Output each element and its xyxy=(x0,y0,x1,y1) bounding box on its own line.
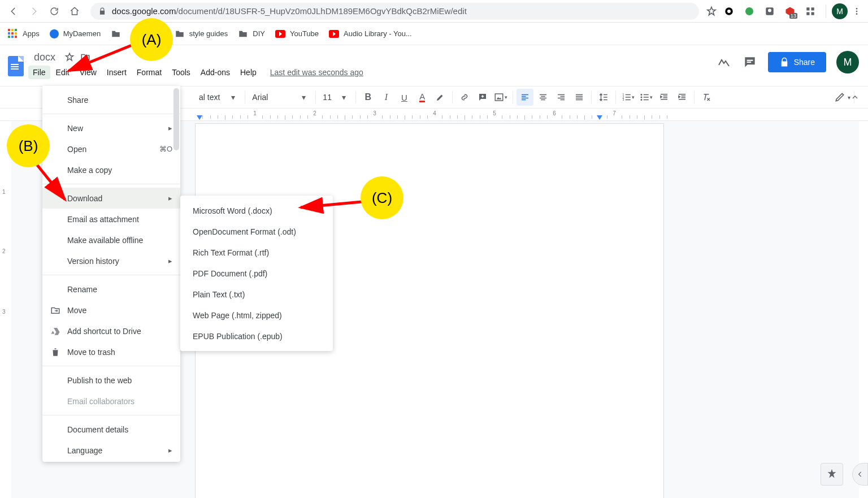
extension-icon[interactable] xyxy=(743,5,756,18)
extension-icon[interactable] xyxy=(804,5,817,18)
chrome-menu-icon[interactable] xyxy=(850,2,863,20)
move-icon xyxy=(50,305,60,315)
bookmark-item[interactable]: YouTube xyxy=(275,29,319,38)
menu-language[interactable]: Language▸ xyxy=(42,440,180,461)
font-family[interactable]: Arial xyxy=(249,93,294,102)
docs-logo[interactable] xyxy=(5,51,27,81)
docs-logo-icon xyxy=(8,56,24,76)
submenu-html[interactable]: Web Page (.html, zipped) xyxy=(180,305,333,326)
svg-rect-4 xyxy=(806,7,809,10)
submenu-epub[interactable]: EPUB Publication (.epub) xyxy=(180,326,333,347)
chevron-right-icon: ▸ xyxy=(168,257,172,265)
submenu-pdf[interactable]: PDF Document (.pdf) xyxy=(180,263,333,284)
menu-move[interactable]: Move xyxy=(42,300,180,321)
home-button[interactable] xyxy=(66,2,84,20)
line-spacing-button[interactable] xyxy=(595,89,612,106)
explore-button[interactable] xyxy=(821,463,843,486)
menu-share[interactable]: Share xyxy=(42,89,180,110)
youtube-icon xyxy=(329,30,339,38)
svg-line-20 xyxy=(69,44,134,71)
align-center-button[interactable] xyxy=(535,89,552,106)
menu-version-history[interactable]: Version history▸ xyxy=(42,250,180,271)
submenu-txt[interactable]: Plain Text (.txt) xyxy=(180,284,333,305)
chevron-down-icon[interactable]: ▾ xyxy=(295,89,312,106)
svg-point-1 xyxy=(727,10,731,13)
callout-c: (C) xyxy=(361,176,403,219)
numbered-list-button[interactable]: 123▾ xyxy=(619,89,636,106)
italic-button[interactable]: I xyxy=(377,89,394,106)
arrow-a xyxy=(62,40,141,79)
apps-shortcut[interactable]: Apps xyxy=(8,29,40,39)
svg-text:3: 3 xyxy=(622,98,624,101)
extension-icon[interactable]: 13 xyxy=(784,5,796,18)
apps-label: Apps xyxy=(23,29,40,38)
document-title[interactable]: docx xyxy=(31,51,59,64)
menu-trash[interactable]: Move to trash xyxy=(42,341,180,362)
account-avatar[interactable]: M xyxy=(836,51,859,73)
bookmark-item[interactable]: MyDaemen xyxy=(50,29,101,38)
svg-point-8 xyxy=(856,8,858,10)
bold-button[interactable]: B xyxy=(359,89,376,106)
menu-addons[interactable]: Add-ons xyxy=(196,66,235,79)
menu-email-attachment[interactable]: Email as attachment xyxy=(42,209,180,229)
menu-offline[interactable]: Make available offline xyxy=(42,229,180,250)
bookmark-folder[interactable] xyxy=(111,29,121,39)
svg-line-21 xyxy=(37,164,65,200)
chevron-right-icon: ▸ xyxy=(168,446,172,454)
address-bar[interactable]: docs.google.com/document/d/18USFR-5_HupV… xyxy=(90,3,699,20)
menu-add-shortcut[interactable]: Add shortcut to Drive xyxy=(42,321,180,341)
menu-help[interactable]: Help xyxy=(236,66,261,79)
svg-rect-5 xyxy=(811,7,814,10)
download-submenu: Microsoft Word (.docx) OpenDocument Form… xyxy=(180,196,333,351)
align-right-button[interactable] xyxy=(553,89,570,106)
folder-icon xyxy=(111,29,121,39)
insert-link-button[interactable] xyxy=(456,89,473,106)
collapse-toolbar-icon[interactable] xyxy=(847,89,863,106)
bookmark-folder[interactable]: DIY xyxy=(238,29,265,39)
back-button[interactable] xyxy=(5,2,23,20)
svg-point-9 xyxy=(856,10,858,12)
paragraph-style[interactable]: al text xyxy=(196,93,223,102)
submenu-odt[interactable]: OpenDocument Format (.odt) xyxy=(180,221,333,242)
bookmark-item[interactable]: Audio Library - You... xyxy=(329,29,412,38)
menu-tools[interactable]: Tools xyxy=(167,66,195,79)
reload-button[interactable] xyxy=(45,2,63,20)
underline-button[interactable]: U xyxy=(396,89,413,106)
extension-icon[interactable] xyxy=(763,5,776,18)
forward-button[interactable] xyxy=(25,2,43,20)
extension-icon[interactable] xyxy=(723,5,735,18)
highlight-button[interactable] xyxy=(432,89,449,106)
font-size[interactable]: 11 xyxy=(319,93,334,102)
chevron-down-icon[interactable]: ▾ xyxy=(335,89,352,106)
profile-avatar[interactable]: M xyxy=(832,3,848,19)
callout-b: (B) xyxy=(7,124,50,167)
menu-publish[interactable]: Publish to the web xyxy=(42,370,180,391)
vertical-ruler[interactable]: 1 2 3 xyxy=(0,121,11,498)
bulleted-list-button[interactable]: ▾ xyxy=(637,89,654,106)
text-color-button[interactable]: A xyxy=(414,89,431,106)
share-button[interactable]: Share xyxy=(768,52,826,72)
menu-file[interactable]: File xyxy=(28,66,50,79)
bookmark-folder[interactable]: style guides xyxy=(175,29,228,39)
menu-new[interactable]: New▸ xyxy=(42,118,180,138)
lock-icon xyxy=(98,7,106,15)
add-comment-button[interactable] xyxy=(474,89,491,106)
increase-indent-button[interactable] xyxy=(674,89,691,106)
menu-rename[interactable]: Rename xyxy=(42,279,180,300)
bookmark-star-icon[interactable] xyxy=(706,6,717,17)
menu-open[interactable]: Open⌘O xyxy=(42,138,180,159)
insert-image-button[interactable]: ▾ xyxy=(492,89,509,106)
activity-icon[interactable] xyxy=(716,54,732,70)
url-text: docs.google.com/document/d/18USFR-5_HupV… xyxy=(112,6,467,16)
submenu-rtf[interactable]: Rich Text Format (.rtf) xyxy=(180,242,333,263)
decrease-indent-button[interactable] xyxy=(656,89,672,106)
align-justify-button[interactable] xyxy=(571,89,588,106)
menu-document-details[interactable]: Document details xyxy=(42,419,180,440)
comments-icon[interactable] xyxy=(742,54,758,70)
trash-icon xyxy=(50,347,60,357)
chevron-down-icon[interactable]: ▾ xyxy=(224,89,241,106)
align-left-button[interactable] xyxy=(517,89,533,106)
clear-formatting-button[interactable] xyxy=(698,89,715,106)
arrow-c xyxy=(294,195,367,218)
last-edit-link[interactable]: Last edit was seconds ago xyxy=(270,68,363,77)
